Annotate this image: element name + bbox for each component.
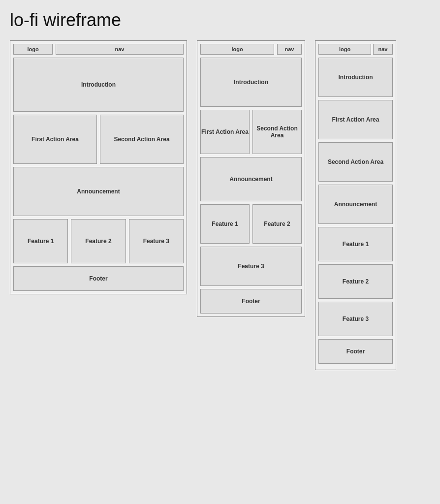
footer-desktop: Footer — [13, 266, 184, 291]
footer-mobile: Footer — [318, 339, 393, 364]
actions-row-desktop: First Action Area Second Action Area — [13, 115, 184, 164]
navbar-mobile: logo nav — [318, 44, 393, 55]
second-action-mobile: Second Action Area — [318, 142, 393, 182]
first-action-tablet: First Action Area — [200, 110, 250, 154]
logo-desktop: logo — [13, 44, 53, 55]
nav-desktop: nav — [56, 44, 184, 55]
feature1-tablet: Feature 1 — [200, 204, 250, 244]
page-title: lo-fi wireframe — [10, 10, 430, 31]
footer-tablet: Footer — [200, 289, 302, 314]
intro-tablet: Introduction — [200, 58, 302, 107]
frame-tablet: logo nav Introduction First Action Area … — [197, 40, 305, 317]
feature3-desktop: Feature 3 — [129, 219, 184, 263]
first-action-desktop: First Action Area — [13, 115, 97, 164]
announcement-desktop: Announcement — [13, 167, 184, 216]
announcement-mobile: Announcement — [318, 185, 393, 224]
second-action-desktop: Second Action Area — [100, 115, 184, 164]
frame-mobile: logo nav Introduction First Action Area … — [315, 40, 396, 370]
nav-tablet: nav — [277, 44, 302, 55]
feature2-desktop: Feature 2 — [71, 219, 126, 263]
first-action-mobile: First Action Area — [318, 100, 393, 139]
logo-mobile: logo — [318, 44, 371, 55]
feature2-mobile: Feature 2 — [318, 264, 393, 299]
intro-desktop: Introduction — [13, 58, 184, 112]
feature1-desktop: Feature 1 — [13, 219, 68, 263]
announcement-tablet: Announcement — [200, 157, 302, 201]
feature1-mobile: Feature 1 — [318, 227, 393, 261]
features-row-tablet: Feature 1 Feature 2 — [200, 204, 302, 244]
feature3-mobile: Feature 3 — [318, 302, 393, 336]
logo-tablet: logo — [200, 44, 274, 55]
wireframes-container: logo nav Introduction First Action Area … — [10, 40, 430, 370]
features-row-desktop: Feature 1 Feature 2 Feature 3 — [13, 219, 184, 263]
feature2-tablet: Feature 2 — [252, 204, 302, 244]
nav-mobile: nav — [373, 44, 393, 55]
second-action-tablet: Second Action Area — [252, 110, 302, 154]
actions-row-tablet: First Action Area Second Action Area — [200, 110, 302, 154]
frame-desktop: logo nav Introduction First Action Area … — [10, 40, 187, 294]
feature3-tablet: Feature 3 — [200, 247, 302, 286]
navbar-tablet: logo nav — [200, 44, 302, 55]
navbar-desktop: logo nav — [13, 44, 184, 55]
intro-mobile: Introduction — [318, 58, 393, 97]
